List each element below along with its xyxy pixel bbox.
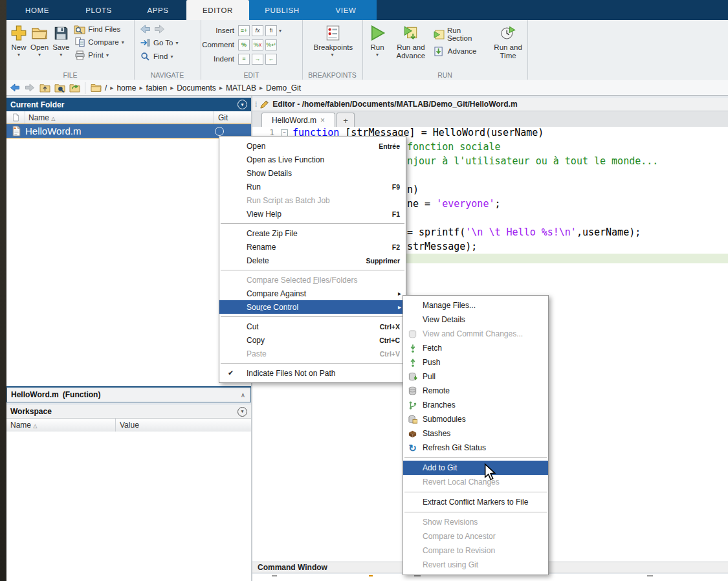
tab-home[interactable]: HOME — [6, 0, 68, 20]
menu-item-compare-against[interactable]: Compare Against▸ — [219, 287, 406, 300]
insert-code-icon[interactable]: fi — [265, 25, 277, 36]
sort-ascending-icon: △ — [33, 423, 37, 429]
git-column-header[interactable]: Git — [218, 113, 228, 122]
uncomment-icon[interactable]: %x — [252, 39, 263, 50]
menu-item-run[interactable]: RunF9 — [219, 180, 406, 193]
ribbon-section-navigate: Go To ▾ Find ▾ NAVIGATE — [134, 20, 201, 80]
new-tab-button[interactable]: + — [336, 113, 355, 127]
open-button[interactable]: Open ▾ — [28, 21, 50, 59]
run-section-icon — [434, 29, 445, 39]
menu-item-indicate-files-not-on-path[interactable]: ✔Indicate Files Not on Path — [219, 366, 406, 380]
menu-item-copy[interactable]: CopyCtrl+C — [219, 333, 406, 347]
print-button[interactable]: Print ▾ — [74, 50, 124, 60]
submenu-item-refresh-git-status[interactable]: ↻ Refresh Git Status — [403, 441, 548, 455]
tab-editor[interactable]: EDITOR — [186, 0, 249, 20]
tab-apps[interactable]: APPS — [129, 0, 186, 20]
print-icon — [74, 50, 85, 60]
path-segment-documents[interactable]: Documents — [177, 83, 216, 93]
menu-item-compare-selected: Compare Selected Files/Folders — [219, 273, 406, 287]
run-button[interactable]: Run ▾ — [366, 21, 388, 59]
file-details-panel-header[interactable]: HelloWord.m (Function) ∧ — [6, 386, 251, 402]
new-button[interactable]: New ▾ — [9, 21, 28, 59]
find-button[interactable]: Find ▾ — [139, 51, 179, 61]
menu-item-open[interactable]: OpenEntrée — [219, 139, 406, 153]
refresh-folder-icon[interactable] — [69, 83, 80, 93]
workspace-body[interactable] — [6, 432, 251, 581]
submenu-item-manage-files[interactable]: Manage Files... — [403, 298, 548, 312]
goto-button[interactable]: Go To ▾ — [139, 38, 179, 48]
submenu-item-add-to-git[interactable]: Add to Git — [403, 461, 548, 475]
menu-item-view-help[interactable]: View HelpF1 — [219, 207, 406, 221]
submenu-item-view-details[interactable]: View Details — [403, 312, 548, 327]
comment-icon[interactable]: % — [238, 39, 250, 50]
column-divider[interactable] — [115, 419, 116, 432]
advance-button[interactable]: Advance — [434, 46, 486, 56]
tab-view[interactable]: VIEW — [315, 0, 377, 20]
toolstrip-tabbar: HOME PLOTS APPS EDITOR PUBLISH VIEW — [6, 0, 728, 20]
close-tab-icon[interactable]: × — [320, 116, 325, 125]
run-section-button[interactable]: Run Section — [434, 27, 486, 42]
menu-item-delete[interactable]: DeleteSupprimer — [219, 254, 406, 267]
fetch-icon — [407, 343, 418, 354]
smart-indent-icon[interactable]: ≡ — [238, 54, 250, 65]
up-one-level-icon[interactable] — [39, 83, 50, 93]
run-and-time-button[interactable]: Run and Time — [489, 21, 527, 61]
chevron-right-icon: ▸ — [219, 84, 223, 91]
forward-arrow-icon[interactable] — [153, 24, 165, 34]
back-arrow-icon[interactable] — [139, 24, 151, 34]
find-files-button[interactable]: Find Files — [74, 24, 124, 34]
submenu-item-branches[interactable]: Branches — [403, 398, 548, 412]
browse-folder-icon[interactable] — [54, 83, 65, 93]
indent-left-icon[interactable]: ← — [265, 54, 277, 65]
breadcrumb-forward-icon[interactable] — [24, 83, 36, 93]
menu-item-rename[interactable]: RenameF2 — [219, 240, 406, 254]
indent-right-icon[interactable]: → — [252, 54, 263, 65]
name-column-header[interactable]: Name △ — [25, 113, 56, 122]
current-folder-file-list[interactable] — [6, 138, 251, 386]
editor-tab-helloword[interactable]: HelloWord.m × — [261, 113, 335, 127]
menu-item-source-control[interactable]: Source Control▸ — [219, 300, 406, 314]
wrap-comments-icon[interactable]: %↵ — [265, 39, 277, 50]
panel-menu-icon[interactable]: ▾ — [237, 100, 247, 109]
panel-grip[interactable]: ⁞ — [255, 101, 256, 108]
workspace-name-column[interactable]: Name △ — [6, 421, 38, 430]
tab-publish[interactable]: PUBLISH — [249, 0, 315, 20]
code-fragment-sprintf: = sprintf('\n \t Hello %s!\n',userName); — [407, 226, 641, 238]
menu-item-show-details[interactable]: Show Details — [219, 166, 406, 180]
submenu-item-push[interactable]: Push — [403, 355, 548, 369]
save-button[interactable]: Save ▾ — [50, 21, 71, 59]
submenu-item-remote[interactable]: Remote — [403, 384, 548, 398]
run-and-advance-button[interactable]: Run and Advance — [391, 21, 431, 61]
workspace-value-column[interactable]: Value — [120, 421, 139, 430]
path-segment-fabien[interactable]: fabien — [146, 83, 167, 93]
collapse-chevron-icon[interactable]: ∧ — [241, 391, 245, 399]
insert-function-icon[interactable]: fx — [252, 25, 263, 36]
submenu-item-pull[interactable]: Pull — [403, 369, 548, 384]
open-caret-icon: ▾ — [38, 52, 41, 58]
path-segment-demo-git[interactable]: Demo_Git — [266, 83, 301, 93]
menu-item-open-as-live-function[interactable]: Open as Live Function — [219, 153, 406, 166]
menu-item-create-zip-file[interactable]: Create Zip File — [219, 226, 406, 240]
menu-item-cut[interactable]: CutCtrl+X — [219, 320, 406, 333]
tab-plots[interactable]: PLOTS — [68, 0, 129, 20]
file-row-helloword[interactable]: HelloWord.m — [6, 124, 251, 138]
submenu-item-fetch[interactable]: Fetch — [403, 341, 548, 355]
path-segment-home[interactable]: home — [116, 83, 136, 93]
submenu-item-extract-conflict-markers[interactable]: Extract Conflict Markers to File — [403, 495, 548, 509]
editor-title-bar: ⁞ Editor - /home/fabien/Documents/MATLAB… — [252, 98, 728, 111]
path-segment-root[interactable]: / — [105, 83, 107, 93]
open-icon — [31, 23, 48, 43]
breakpoints-button[interactable]: Breakpoints ▾ — [312, 21, 353, 59]
column-divider[interactable] — [214, 111, 214, 124]
menu-separator — [404, 512, 547, 512]
path-segment-matlab[interactable]: MATLAB — [226, 83, 256, 93]
insert-section-icon[interactable]: ≡+ — [238, 25, 250, 36]
compare-button[interactable]: Compare ▾ — [74, 37, 124, 47]
breadcrumb-back-icon[interactable] — [9, 83, 21, 93]
submenu-item-submodules[interactable]: Submodules — [403, 412, 548, 426]
breadcrumb-divider — [85, 82, 85, 94]
submenu-item-compare-to-revision: Compare to Revision — [403, 543, 548, 558]
submenu-item-stashes[interactable]: Stashes — [403, 426, 548, 441]
workspace-menu-icon[interactable]: ▾ — [237, 407, 247, 417]
editor-pencil-icon — [259, 100, 269, 109]
